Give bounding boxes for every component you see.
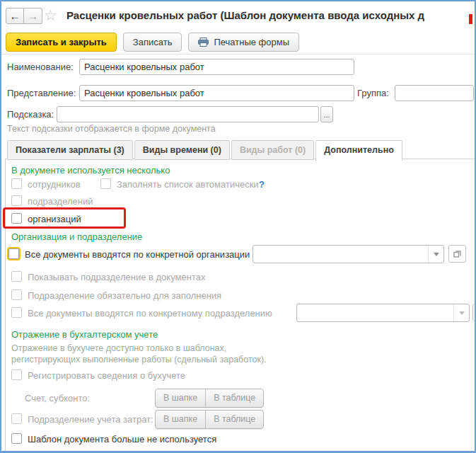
print-forms-button[interactable]: Печатные формы: [188, 33, 299, 52]
chevron-down-icon: [434, 253, 439, 256]
account-in-header-button: В шапке: [156, 389, 206, 407]
departments-checkbox: [11, 195, 22, 206]
section-header-org: Организация и подразделение: [11, 231, 142, 242]
show-dept-checkbox: [11, 271, 22, 282]
account-subconto-label: Счет, субконто:: [25, 393, 90, 403]
forward-arrow-icon: →: [28, 10, 38, 22]
dept-costs-checkbox: [11, 413, 22, 424]
dept-required-label: Подразделение обязательно для заполнения: [28, 290, 221, 301]
section-header-multi: В документе используется несколько: [11, 165, 170, 176]
dept-costs-placement-toggle: В шапке В таблице: [155, 410, 264, 429]
hint-input[interactable]: [57, 106, 319, 122]
back-button[interactable]: ←: [6, 8, 24, 24]
account-in-table-button: В таблице: [206, 389, 263, 407]
clipped-annotation-mark: [469, 14, 472, 24]
section-header-accounting: Отражение в бухгалтерском учете: [11, 329, 158, 340]
tab-salary-indicators[interactable]: Показатели зарплаты (3): [7, 140, 133, 160]
register-accounting-checkbox: [11, 369, 22, 380]
autofill-help-link[interactable]: ?: [259, 179, 265, 190]
dept-costs-in-table-button: В таблице: [206, 411, 263, 428]
employees-checkbox: [11, 178, 22, 189]
obsolete-label: Шаблон документа больше не используется: [28, 434, 216, 445]
presentation-input[interactable]: [79, 85, 354, 101]
forward-button[interactable]: →: [24, 8, 42, 24]
dept-required-checkbox: [11, 289, 22, 300]
specific-dept-open-button: [472, 304, 476, 321]
nav-button-group: ← →: [6, 8, 42, 24]
save-and-close-button[interactable]: Записать и закрыть: [6, 33, 117, 52]
specific-org-checkbox[interactable]: [8, 248, 19, 259]
employees-label: сотрудников: [28, 179, 81, 190]
hint-label: Подсказка:: [7, 109, 54, 120]
dept-costs-in-header-button: В шапке: [156, 411, 206, 428]
name-label: Наименование:: [7, 62, 74, 72]
obsolete-checkbox[interactable]: [11, 433, 22, 444]
presentation-label: Представление:: [7, 88, 76, 98]
specific-dept-combo: [296, 304, 470, 322]
specific-dept-dropdown-button: [453, 304, 469, 321]
specific-org-combo[interactable]: [252, 245, 444, 263]
organizations-checkbox[interactable]: [11, 213, 22, 224]
show-dept-label: Показывать подразделение в документах: [28, 272, 205, 282]
save-button[interactable]: Записать: [123, 33, 182, 52]
open-picker-icon: [453, 249, 462, 258]
account-placement-toggle: В шапке В таблице: [155, 389, 264, 408]
autofill-label: Заполнять список автоматически: [117, 179, 259, 190]
tab-bar: Показатели зарплаты (3) Виды времени (0)…: [7, 140, 404, 160]
back-arrow-icon: ←: [10, 10, 21, 22]
specific-org-dropdown-button[interactable]: [428, 246, 443, 263]
specific-org-open-button[interactable]: [448, 245, 466, 263]
tab-time-types[interactable]: Виды времени (0): [134, 140, 230, 160]
accounting-note-line1: Отражение в бухучете доступно только в ш…: [11, 343, 226, 353]
tab-additional[interactable]: Дополнительно: [315, 140, 402, 161]
name-input[interactable]: [79, 59, 354, 75]
page-title: Расценки кровельных работ (Шаблон докуме…: [66, 9, 471, 21]
departments-label: подразделений: [28, 196, 93, 207]
group-input[interactable]: [395, 85, 474, 101]
toolbar: Записать и закрыть Записать Печатные фор…: [6, 33, 299, 52]
specific-org-label: Все документы вводятся по конкретной орг…: [25, 249, 250, 260]
favorites-star-icon[interactable]: ☆: [44, 7, 57, 24]
tab-work-types: Виды работ (0): [231, 140, 314, 160]
dept-costs-label: Подразделение учета затрат:: [28, 414, 153, 425]
organizations-label: организаций: [28, 214, 81, 224]
specific-dept-checkbox: [11, 307, 22, 318]
hint-picker-button[interactable]: ...: [320, 106, 333, 122]
accounting-note-line2: регистрирующих выполненные работы (сдель…: [11, 355, 267, 365]
group-label: Группа:: [357, 88, 389, 98]
hint-note: Текст подсказки отображается в форме док…: [7, 124, 216, 134]
register-accounting-label: Регистрировать сведения о бухучете: [28, 370, 185, 381]
printer-icon: [198, 38, 209, 47]
document-template-window: ← → ☆ Расценки кровельных работ (Шаблон …: [0, 0, 476, 453]
autofill-checkbox: [100, 178, 111, 189]
chevron-down-icon: [459, 311, 465, 315]
toolbar-separator: [1, 54, 476, 55]
print-forms-label: Печатные формы: [214, 37, 289, 47]
specific-dept-label: Все документы вводятся по конкретному по…: [28, 308, 272, 319]
